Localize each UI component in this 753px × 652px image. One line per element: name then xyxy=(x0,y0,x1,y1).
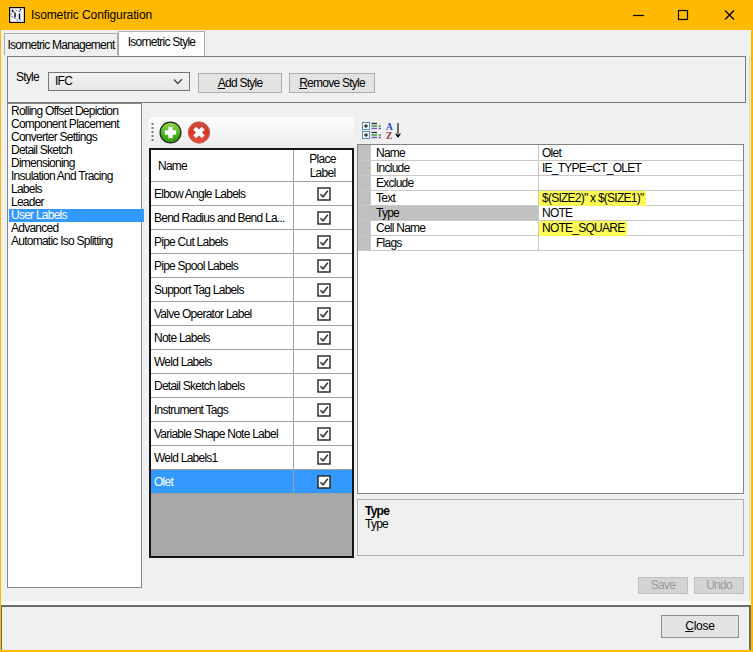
svg-text:Z: Z xyxy=(386,131,392,140)
